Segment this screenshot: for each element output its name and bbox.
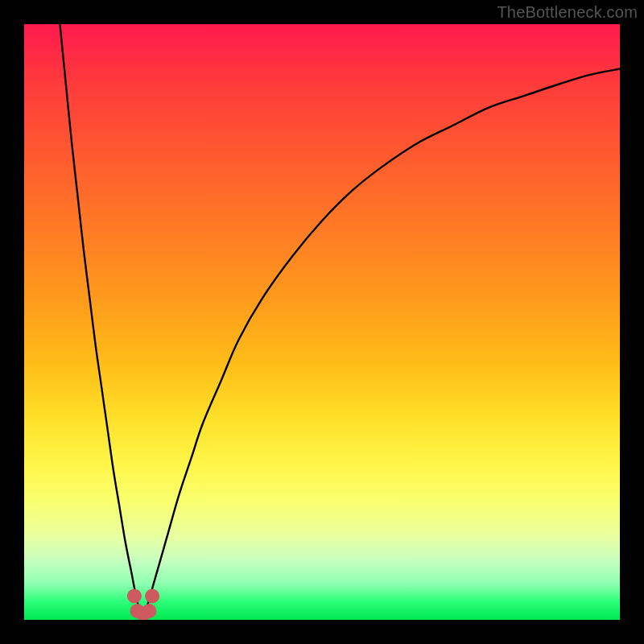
watermark-text: TheBottleneck.com <box>497 3 638 22</box>
chart-frame: TheBottleneck.com <box>0 0 644 644</box>
minimum-marker <box>145 588 159 603</box>
plot-area <box>24 24 620 620</box>
minimum-marker <box>127 588 142 603</box>
marker-layer <box>24 24 620 620</box>
minimum-markers <box>127 588 159 620</box>
minimum-marker <box>142 604 156 618</box>
